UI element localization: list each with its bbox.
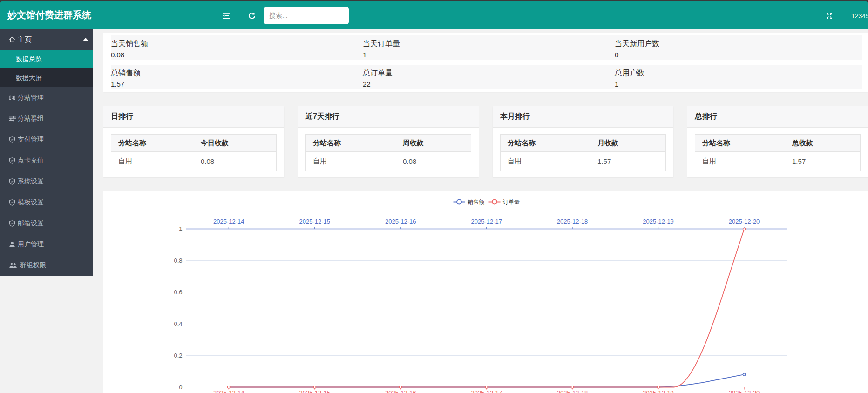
svg-text:2025-12-15: 2025-12-15: [299, 218, 330, 225]
svg-text:2025-12-20: 2025-12-20: [729, 389, 760, 393]
svg-text:2025-12-18: 2025-12-18: [557, 218, 588, 225]
svg-text:0.2: 0.2: [174, 352, 182, 359]
svg-text:2025-12-20: 2025-12-20: [729, 218, 760, 225]
svg-text:销售额: 销售额: [467, 199, 484, 205]
svg-text:2025-12-17: 2025-12-17: [471, 218, 502, 225]
svg-text:0.8: 0.8: [174, 257, 182, 264]
svg-text:2025-12-17: 2025-12-17: [471, 389, 502, 393]
svg-text:0.6: 0.6: [174, 289, 182, 296]
svg-text:2025-12-19: 2025-12-19: [643, 389, 674, 393]
svg-text:2025-12-16: 2025-12-16: [385, 389, 416, 393]
svg-text:2025-12-16: 2025-12-16: [385, 218, 416, 225]
svg-text:2025-12-14: 2025-12-14: [213, 218, 244, 225]
svg-text:2025-12-14: 2025-12-14: [213, 389, 244, 393]
svg-text:0.4: 0.4: [174, 320, 182, 327]
svg-text:2025-12-18: 2025-12-18: [557, 389, 588, 393]
svg-text:2025-12-15: 2025-12-15: [299, 389, 330, 393]
svg-text:0: 0: [179, 384, 182, 391]
svg-text:1: 1: [179, 225, 182, 232]
svg-text:2025-12-19: 2025-12-19: [643, 218, 674, 225]
svg-text:订单量: 订单量: [503, 199, 520, 205]
